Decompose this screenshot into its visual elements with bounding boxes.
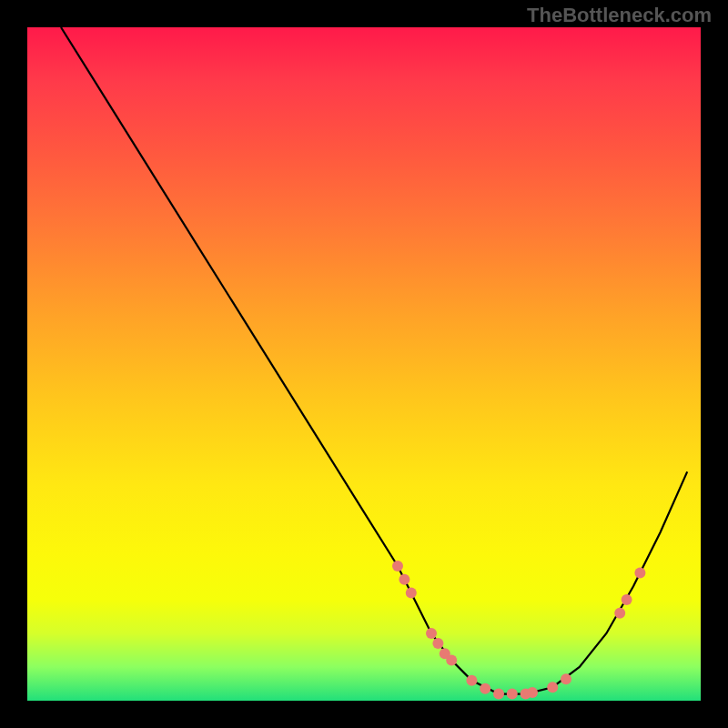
curve-marker [507,689,518,700]
chart-plot-area [27,27,701,701]
curve-marker [547,682,558,693]
curve-marker [561,673,571,684]
curve-marker [392,561,403,571]
curve-marker [466,675,477,686]
curve-marker [426,628,437,639]
curve-marker [634,567,645,578]
curve-marker [480,683,490,694]
curve-marker [446,655,457,666]
curve-marker [614,608,625,619]
bottleneck-curve [61,27,687,694]
curve-marker [432,638,443,649]
curve-marker [527,687,538,698]
watermark-text: TheBottleneck.com [527,4,712,27]
curve-marker [622,594,632,605]
chart-curve-layer [27,27,701,701]
curve-marker [493,689,504,700]
curve-marker [399,574,410,585]
curve-marker [406,588,417,599]
